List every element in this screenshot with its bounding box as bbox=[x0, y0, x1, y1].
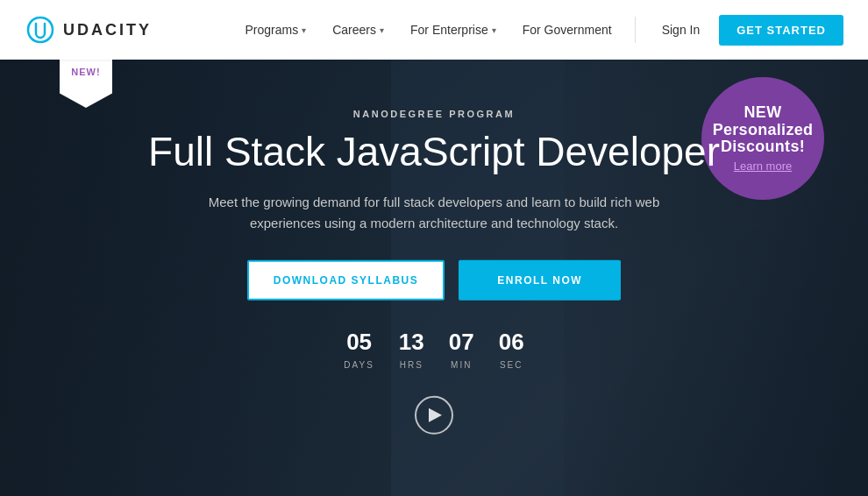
logo[interactable]: UDACITY bbox=[25, 14, 152, 46]
countdown-min: 07 MIN bbox=[449, 328, 474, 371]
nav-government[interactable]: For Government bbox=[512, 16, 623, 44]
hero-description: Meet the growing demand for full stack d… bbox=[189, 191, 679, 233]
sec-label: SEC bbox=[500, 359, 523, 369]
days-value: 05 bbox=[344, 328, 374, 355]
new-badge: NEW! bbox=[60, 60, 112, 108]
hrs-value: 13 bbox=[399, 328, 424, 355]
countdown-timer: 05 DAYS 13 HRS 07 MIN 06 SEC bbox=[127, 328, 741, 371]
logo-text: UDACITY bbox=[63, 21, 152, 39]
min-label: MIN bbox=[451, 359, 472, 369]
days-label: DAYS bbox=[344, 359, 374, 369]
programs-chevron-icon: ▾ bbox=[302, 25, 306, 35]
nav-links: Programs ▾ Careers ▾ For Enterprise ▾ Fo… bbox=[235, 15, 843, 46]
nav-enterprise[interactable]: For Enterprise ▾ bbox=[400, 16, 507, 44]
enterprise-chevron-icon: ▾ bbox=[492, 25, 496, 35]
min-value: 07 bbox=[449, 328, 474, 355]
nav-careers[interactable]: Careers ▾ bbox=[322, 16, 395, 44]
navbar: UDACITY Programs ▾ Careers ▾ For Enterpr… bbox=[0, 0, 868, 60]
hrs-label: HRS bbox=[400, 359, 423, 369]
hero-title: Full Stack JavaScript Developer bbox=[127, 130, 741, 174]
new-badge-text: NEW! bbox=[71, 67, 100, 77]
countdown-sec: 06 SEC bbox=[499, 328, 524, 371]
countdown-days: 05 DAYS bbox=[344, 328, 374, 371]
udacity-logo-icon bbox=[25, 14, 56, 46]
enroll-now-button[interactable]: ENROLL NOW bbox=[459, 259, 621, 300]
cta-buttons: DOWNLOAD SYLLABUS ENROLL NOW bbox=[127, 259, 741, 300]
signin-button[interactable]: Sign In bbox=[648, 16, 715, 44]
hero-section: NEW! NEW Personalized Discounts! Learn m… bbox=[0, 60, 868, 496]
promo-learn-more[interactable]: Learn more bbox=[734, 159, 792, 173]
play-icon bbox=[429, 407, 442, 422]
nav-programs[interactable]: Programs ▾ bbox=[235, 16, 317, 44]
play-button[interactable] bbox=[415, 395, 453, 434]
download-syllabus-button[interactable]: DOWNLOAD SYLLABUS bbox=[247, 259, 445, 300]
get-started-button[interactable]: GET STARTED bbox=[719, 15, 843, 46]
sec-value: 06 bbox=[499, 328, 524, 355]
careers-chevron-icon: ▾ bbox=[380, 25, 384, 35]
hero-supertitle: NANODEGREE PROGRAM bbox=[127, 109, 741, 119]
hero-content: NANODEGREE PROGRAM Full Stack JavaScript… bbox=[127, 109, 741, 435]
countdown-hrs: 13 HRS bbox=[399, 328, 424, 371]
nav-divider bbox=[635, 17, 636, 43]
